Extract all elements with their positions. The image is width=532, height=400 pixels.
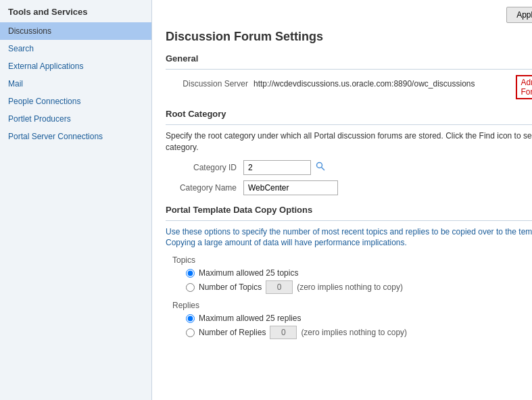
- page-title: Discussion Forum Settings: [166, 30, 532, 44]
- category-name-label: Category Name: [166, 183, 243, 193]
- max-topics-radio[interactable]: [186, 269, 195, 278]
- sidebar-item-portal-server-connections[interactable]: Portal Server Connections: [0, 128, 151, 145]
- root-category-section: Root Category Specify the root category …: [166, 109, 532, 195]
- num-replies-note: (zero implies nothing to copy): [301, 328, 407, 337]
- sidebar-title: Tools and Services: [0, 0, 151, 22]
- sidebar-item-portlet-producers[interactable]: Portlet Producers: [0, 110, 151, 128]
- max-replies-label: Maximum allowed 25 replies: [199, 314, 301, 323]
- root-category-description: Specify the root category under which al…: [166, 130, 532, 153]
- num-replies-input[interactable]: [270, 326, 297, 339]
- administer-forums-link[interactable]: Administer Forums: [516, 75, 533, 99]
- sidebar-item-discussions[interactable]: Discussions: [0, 22, 151, 40]
- max-topics-label: Maximum allowed 25 topics: [199, 268, 298, 278]
- num-replies-radio[interactable]: [186, 328, 195, 337]
- general-section: General Discussion Server http://wcdevdi…: [166, 53, 532, 99]
- apply-button[interactable]: Apply: [506, 7, 532, 23]
- general-section-title: General: [166, 53, 532, 64]
- num-topics-radio[interactable]: [186, 283, 195, 292]
- topics-group: Topics Maximum allowed 25 topics Number …: [166, 255, 532, 294]
- num-topics-label: Number of Topics: [199, 282, 262, 292]
- svg-line-1: [322, 168, 325, 171]
- discussion-server-value: http://wcdevdiscussions.us.oracle.com:88…: [253, 79, 475, 89]
- num-replies-label: Number of Replies: [199, 328, 266, 337]
- sidebar-item-external-applications[interactable]: External Applications: [0, 57, 151, 75]
- replies-group: Replies Maximum allowed 25 replies Numbe…: [166, 301, 532, 339]
- category-search-icon[interactable]: [315, 161, 326, 174]
- template-description: Use these options to specify the number …: [166, 226, 532, 249]
- template-section-title: Portal Template Data Copy Options: [166, 205, 532, 215]
- sidebar-item-mail[interactable]: Mail: [0, 75, 151, 93]
- replies-label: Replies: [172, 301, 532, 310]
- template-section: Portal Template Data Copy Options Use th…: [166, 205, 532, 340]
- topics-label: Topics: [172, 255, 532, 265]
- num-topics-note: (zero implies nothing to copy): [297, 282, 403, 292]
- category-id-label: Category ID: [166, 163, 243, 172]
- sidebar-item-search[interactable]: Search: [0, 40, 151, 57]
- sidebar-item-people-connections[interactable]: People Connections: [0, 93, 151, 110]
- svg-point-0: [317, 163, 322, 168]
- num-topics-input[interactable]: [266, 280, 293, 294]
- category-name-input[interactable]: [243, 180, 338, 195]
- discussion-server-label: Discussion Server: [166, 79, 253, 89]
- category-id-input[interactable]: [243, 160, 311, 175]
- max-replies-radio[interactable]: [186, 314, 195, 323]
- root-category-title: Root Category: [166, 109, 532, 119]
